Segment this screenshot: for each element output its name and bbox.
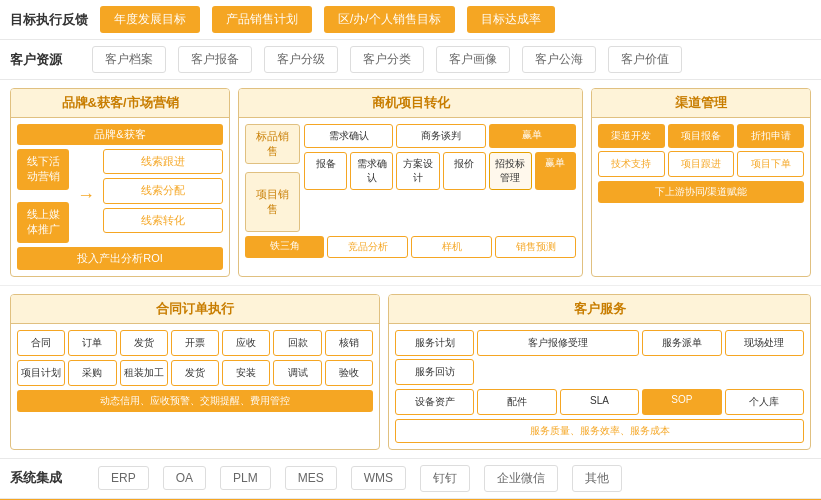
opp-box-2: 赢单 <box>489 124 576 148</box>
customer-tab-6[interactable]: 客户价值 <box>608 46 682 73</box>
channel-box-3: 技术支持 <box>598 151 665 177</box>
service-title: 客户服务 <box>389 295 810 324</box>
customer-tab-1[interactable]: 客户报备 <box>178 46 252 73</box>
channel-box-1: 项目报备 <box>668 124 735 148</box>
opp-row2-2: 方案设计 <box>396 152 439 190</box>
channel-box-2: 折扣申请 <box>737 124 804 148</box>
system-label: 系统集成 <box>10 469 80 487</box>
opp-row2-4: 招投标管理 <box>489 152 532 190</box>
service-r2-1: 配件 <box>477 389 556 415</box>
service-r2-2: SLA <box>560 389 639 415</box>
clue-convert: 线索转化 <box>103 208 223 233</box>
customer-tab-4[interactable]: 客户画像 <box>436 46 510 73</box>
service-row1: 服务计划 客户报修受理 服务派单 现场处理 服务回访 <box>395 330 804 385</box>
system-item-1[interactable]: OA <box>163 466 206 490</box>
customer-tab-0[interactable]: 客户档案 <box>92 46 166 73</box>
system-item-2[interactable]: PLM <box>220 466 271 490</box>
target-btn-1[interactable]: 产品销售计划 <box>212 6 312 33</box>
service-card: 客户服务 服务计划 客户报修受理 服务派单 现场处理 服务回访 设备资产 配件 … <box>388 294 811 450</box>
contract-r1-1: 订单 <box>68 330 116 356</box>
channel-bar: 下上游协同/渠道赋能 <box>598 181 804 203</box>
opp-row2-0: 报备 <box>304 152 347 190</box>
opp-row2-5: 赢单 <box>535 152 576 190</box>
online-box: 线上媒体推广 <box>17 202 69 243</box>
contract-row1: 合同 订单 发货 开票 应收 回款 核销 <box>17 330 373 356</box>
service-row2: 设备资产 配件 SLA SOP 个人库 <box>395 389 804 415</box>
service-r2-4: 个人库 <box>725 389 804 415</box>
target-btn-3[interactable]: 目标达成率 <box>467 6 555 33</box>
customer-tab-5[interactable]: 客户公海 <box>522 46 596 73</box>
contract-r1-6: 核销 <box>325 330 373 356</box>
contract-card: 合同订单执行 合同 订单 发货 开票 应收 回款 核销 项目计划 采购 租装加工… <box>10 294 380 450</box>
opp-box-1: 商务谈判 <box>396 124 485 148</box>
opp-bottom-2: 样机 <box>411 236 492 258</box>
service-r1-2: 服务派单 <box>642 330 721 356</box>
opp-bottom-0: 铁三角 <box>245 236 324 258</box>
channel-grid: 渠道开发 项目报备 折扣申请 技术支持 项目跟进 项目下单 <box>598 124 804 177</box>
contract-r1-3: 开票 <box>171 330 219 356</box>
opp-row2-3: 报价 <box>443 152 486 190</box>
contract-title: 合同订单执行 <box>11 295 379 324</box>
bottom-section: 合同订单执行 合同 订单 发货 开票 应收 回款 核销 项目计划 采购 租装加工… <box>0 285 821 458</box>
service-r2-3: SOP <box>642 389 721 415</box>
contract-row2: 项目计划 采购 租装加工 发货 安装 调试 验收 <box>17 360 373 386</box>
service-r1-3: 现场处理 <box>725 330 804 356</box>
brand-sub-label: 品牌&获客 <box>17 124 223 145</box>
channel-box-5: 项目下单 <box>737 151 804 177</box>
opp-row2: 报备 需求确认 方案设计 报价 招投标管理 赢单 <box>304 152 576 190</box>
opp-card-title: 商机项目转化 <box>239 89 582 118</box>
brand-card-title: 品牌&获客/市场营销 <box>11 89 229 118</box>
target-row: 目标执行反馈 年度发展目标 产品销售计划 区/办/个人销售目标 目标达成率 <box>0 0 821 40</box>
offline-box: 线下活动营销 <box>17 149 69 190</box>
opp-bottom-3: 销售预测 <box>495 236 576 258</box>
opp-box-0: 需求确认 <box>304 124 393 148</box>
contract-r2-2: 租装加工 <box>120 360 168 386</box>
channel-card: 渠道管理 渠道开发 项目报备 折扣申请 技术支持 项目跟进 项目下单 下上游协同… <box>591 88 811 277</box>
opp-card: 商机项目转化 标品销售 项目销售 需求确认 商务谈判 赢单 报备 <box>238 88 583 277</box>
system-item-6[interactable]: 企业微信 <box>484 465 558 492</box>
system-row: 系统集成 ERP OA PLM MES WMS 钉钉 企业微信 其他 <box>0 458 821 498</box>
service-r2-0: 设备资产 <box>395 389 474 415</box>
service-bar: 服务质量、服务效率、服务成本 <box>395 419 804 443</box>
customer-tab-3[interactable]: 客户分类 <box>350 46 424 73</box>
customer-tabs: 客户档案 客户报备 客户分级 客户分类 客户画像 客户公海 客户价值 <box>92 46 690 73</box>
contract-r2-4: 安装 <box>222 360 270 386</box>
target-buttons: 年度发展目标 产品销售计划 区/办/个人销售目标 目标达成率 <box>100 6 563 33</box>
opp-bottom-1: 竞品分析 <box>327 236 408 258</box>
contract-r2-3: 发货 <box>171 360 219 386</box>
customer-row: 客户资源 客户档案 客户报备 客户分级 客户分类 客户画像 客户公海 客户价值 <box>0 40 821 80</box>
channel-card-title: 渠道管理 <box>592 89 810 118</box>
system-item-5[interactable]: 钉钉 <box>420 465 470 492</box>
target-btn-0[interactable]: 年度发展目标 <box>100 6 200 33</box>
main-cards: 品牌&获客/市场营销 品牌&获客 线下活动营销 线上媒体推广 → 线索跟进 线索… <box>0 80 821 285</box>
contract-r1-4: 应收 <box>222 330 270 356</box>
clue-distribute: 线索分配 <box>103 178 223 203</box>
opp-project-label: 项目销售 <box>245 172 300 232</box>
opp-bottom: 铁三角 竞品分析 样机 销售预测 <box>245 236 576 258</box>
system-item-4[interactable]: WMS <box>351 466 406 490</box>
contract-bar: 动态信用、应收预警、交期提醒、费用管控 <box>17 390 373 412</box>
contract-r2-1: 采购 <box>68 360 116 386</box>
service-r1-4: 服务回访 <box>395 359 474 385</box>
brand-card: 品牌&获客/市场营销 品牌&获客 线下活动营销 线上媒体推广 → 线索跟进 线索… <box>10 88 230 277</box>
roi-bar: 投入产出分析ROI <box>17 247 223 270</box>
system-item-0[interactable]: ERP <box>98 466 149 490</box>
channel-box-0: 渠道开发 <box>598 124 665 148</box>
target-btn-2[interactable]: 区/办/个人销售目标 <box>324 6 455 33</box>
contract-r2-0: 项目计划 <box>17 360 65 386</box>
opp-biaopin-label: 标品销售 <box>245 124 300 164</box>
service-r1-0: 服务计划 <box>395 330 474 356</box>
contract-r1-2: 发货 <box>120 330 168 356</box>
clue-track: 线索跟进 <box>103 149 223 174</box>
system-item-3[interactable]: MES <box>285 466 337 490</box>
system-item-7[interactable]: 其他 <box>572 465 622 492</box>
customer-tab-2[interactable]: 客户分级 <box>264 46 338 73</box>
target-label: 目标执行反馈 <box>10 11 88 29</box>
contract-r2-6: 验收 <box>325 360 373 386</box>
channel-box-4: 项目跟进 <box>668 151 735 177</box>
contract-r2-5: 调试 <box>273 360 321 386</box>
opp-row2-1: 需求确认 <box>350 152 393 190</box>
customer-label: 客户资源 <box>10 51 80 69</box>
contract-r1-5: 回款 <box>273 330 321 356</box>
service-r1-1: 客户报修受理 <box>477 330 639 356</box>
